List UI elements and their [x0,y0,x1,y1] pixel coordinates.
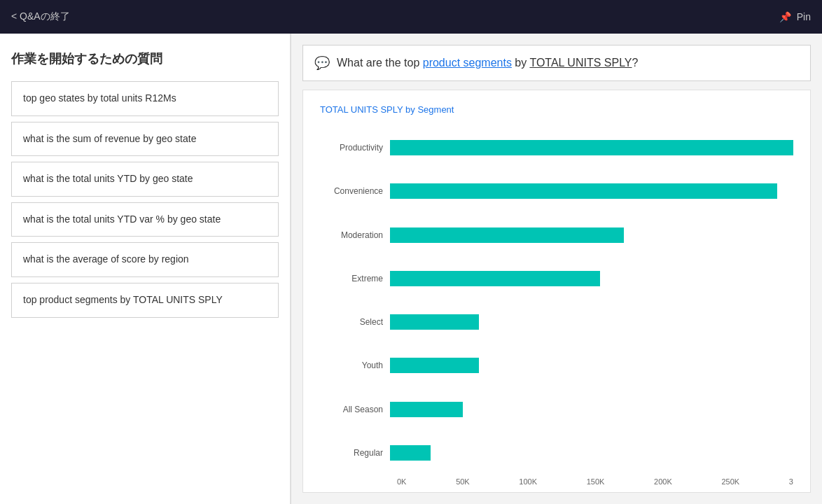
bar-track-1 [390,140,793,155]
bar-track-2 [390,183,793,199]
chart-row-7: All Season [320,388,793,431]
bar-fill-5 [390,314,479,330]
sidebar-item-3[interactable]: what is the total units YTD by geo state [11,162,279,197]
bar-fill-8 [390,445,431,461]
bar-fill-3 [390,227,624,243]
sidebar: 作業を開始するための質問 top geo states by total uni… [0,34,291,504]
bar-chart: ProductivityConvenienceModerationExtreme… [320,126,793,475]
bar-track-6 [390,358,793,373]
bar-fill-6 [390,358,479,373]
pin-label[interactable]: Pin [797,11,811,22]
bar-track-4 [390,271,793,286]
chart-row-1: Productivity [320,126,793,169]
question-prefix: What are the top [337,57,423,69]
chart-row-4: Extreme [320,257,793,300]
bar-label-2: Convenience [320,186,390,196]
chart-row-6: Youth [320,344,793,387]
sidebar-item-4[interactable]: what is the total units YTD var % by geo… [11,202,279,237]
back-button[interactable]: < Q&Aの終了 [11,10,70,23]
bar-fill-7 [390,402,463,417]
x-axis-label-2: 50K [456,477,470,486]
x-axis-label-5: 200K [654,477,672,486]
pin-area: 📌 Pin [779,11,811,22]
bar-label-7: All Season [320,405,390,414]
top-bar: < Q&Aの終了 📌 Pin [0,0,822,34]
question-icon: 💬 [314,55,330,71]
bar-track-5 [390,314,793,330]
bar-track-8 [390,445,793,461]
x-axis: 0K50K100K150K200K250K3 [397,477,793,486]
chart-row-3: Moderation [320,214,793,257]
x-axis-label-6: 250K [721,477,739,486]
bar-label-5: Select [320,317,390,327]
bar-fill-2 [390,183,777,199]
sidebar-items: top geo states by total units R12Mswhat … [11,81,279,318]
main-layout: 作業を開始するための質問 top geo states by total uni… [0,34,822,504]
bar-fill-1 [390,140,793,155]
question-middle: by [512,57,530,69]
pin-icon: 📌 [779,11,791,22]
question-text: What are the top product segments by TOT… [337,57,638,69]
sidebar-title: 作業を開始するための質問 [11,50,279,67]
question-suffix: ? [632,57,639,69]
question-underline1: product segments [423,57,512,69]
bar-track-7 [390,402,793,417]
chart-row-8: Regular [320,431,793,475]
bar-label-6: Youth [320,360,390,370]
sidebar-item-1[interactable]: top geo states by total units R12Ms [11,81,279,116]
bar-label-3: Moderation [320,230,390,240]
chart-row-5: Select [320,300,793,344]
chart-container: TOTAL UNITS SPLY by Segment Productivity… [302,90,811,493]
bar-track-3 [390,227,793,243]
bar-fill-4 [390,271,600,286]
bar-label-8: Regular [320,448,390,458]
bar-label-4: Extreme [320,274,390,284]
sidebar-item-5[interactable]: what is the average of score by region [11,242,279,277]
question-underline2: TOTAL UNITS SPLY [529,57,632,69]
x-axis-label-4: 150K [587,477,605,486]
sidebar-item-6[interactable]: top product segments by TOTAL UNITS SPLY [11,283,279,318]
back-label: < Q&Aの終了 [11,10,70,23]
chart-row-2: Convenience [320,169,793,213]
sidebar-item-2[interactable]: what is the sum of revenue by geo state [11,122,279,157]
question-bar: 💬 What are the top product segments by T… [302,45,811,81]
x-axis-label-3: 100K [519,477,537,486]
chart-title: TOTAL UNITS SPLY by Segment [320,104,793,115]
x-axis-label-1: 0K [397,477,406,486]
content-area: 💬 What are the top product segments by T… [291,34,822,504]
bar-label-1: Productivity [320,143,390,153]
x-axis-label-7: 3 [789,477,793,486]
